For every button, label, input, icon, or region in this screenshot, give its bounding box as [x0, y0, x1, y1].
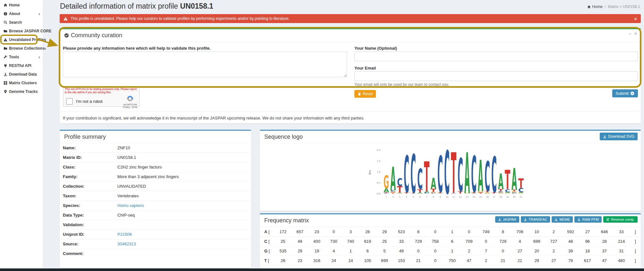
- reset-button[interactable]: Reset: [354, 90, 376, 98]
- download-icon: [577, 218, 580, 221]
- download-icon: [498, 218, 501, 221]
- sidebar-item-browse-jaspar-core[interactable]: Browse JASPAR CORE: [0, 27, 43, 35]
- profile-label: Validation:: [60, 220, 114, 230]
- grid-icon: [4, 81, 7, 85]
- svg-text:0.5: 0.5: [377, 182, 380, 184]
- profile-row-class: Class:C2H2 zinc finger factors: [60, 162, 251, 172]
- recaptcha-checkbox[interactable]: [66, 98, 73, 105]
- matrix-cell: 21: [495, 256, 512, 266]
- matrix-cell: 47: [461, 256, 478, 266]
- matrix-cell: 214: [613, 237, 630, 246]
- profile-row-species: Species:Homo sapiens: [60, 201, 251, 210]
- name-input[interactable]: [354, 52, 638, 61]
- search-icon: [4, 21, 7, 24]
- frequency-matrix-table: A [1726572303282952380107498706102592276…: [260, 227, 641, 266]
- matrix-cell: 5: [376, 246, 393, 256]
- matrix-row-T: T [2623316241410569915321075047221212927…: [260, 256, 641, 266]
- matrix-cell: 2: [545, 227, 562, 237]
- reverse-complement-button[interactable]: Reverse comp.: [603, 216, 638, 223]
- email-input[interactable]: [354, 71, 638, 81]
- home-icon: [587, 5, 591, 9]
- svg-text:T: T: [518, 176, 524, 191]
- footer-strip: [0, 268, 644, 271]
- matrix-id: UN0158.1: [180, 2, 214, 10]
- matrix-cell: 0: [495, 246, 512, 256]
- matrix-cell: 21: [512, 256, 529, 266]
- matrix-cell: 1: [444, 246, 461, 256]
- export-meme-button[interactable]: MEME: [552, 216, 573, 223]
- breadcrumb-home-link[interactable]: Home: [592, 4, 603, 9]
- sidebar-item-label: Matrix Clusters: [9, 81, 37, 85]
- svg-text:T: T: [424, 153, 429, 201]
- svg-text:A: A: [512, 162, 517, 197]
- sidebar-item-about[interactable]: About‹: [0, 9, 43, 18]
- svg-text:8: 8: [433, 196, 434, 198]
- profile-row-uniprot-id: Uniprot ID:P21506: [60, 230, 251, 239]
- svg-text:18: 18: [499, 196, 502, 198]
- sidebar-item-browse-collections[interactable]: Browse Collections‹: [0, 44, 43, 53]
- matrix-cell: 617: [579, 256, 596, 266]
- alert-close-button[interactable]: ×: [634, 16, 637, 21]
- wrench-icon: [4, 55, 7, 59]
- sidebar-item-tools[interactable]: Tools‹: [0, 53, 43, 61]
- matrix-base-label: T [: [260, 256, 275, 266]
- svg-text:C: C: [437, 146, 443, 204]
- matrix-cell: 400: [309, 237, 326, 246]
- profile-value: More than 3 adjacent zinc fingers: [117, 174, 179, 179]
- submit-button[interactable]: Submit: [612, 89, 638, 97]
- matrix-cell: 23: [292, 256, 309, 266]
- profile-row-collection: Collection:UNVALIDATED: [60, 182, 251, 191]
- svg-text:C: C: [458, 149, 463, 202]
- profile-value-link[interactable]: 30462313: [117, 242, 136, 246]
- matrix-bracket-close: ]: [630, 256, 641, 266]
- matrix-cell: 25: [376, 237, 393, 246]
- export-transfac-button[interactable]: TRANSFAC: [521, 216, 550, 223]
- sidebar-item-restful-api[interactable]: RESTful API: [0, 61, 43, 70]
- matrix-cell: 8: [495, 227, 512, 237]
- matrix-cell: 0: [427, 246, 444, 256]
- matrix-cell: 172: [275, 227, 292, 237]
- matrix-cell: 6: [444, 237, 461, 246]
- close-button[interactable]: ×: [634, 31, 637, 36]
- plug-icon: [4, 64, 7, 68]
- matrix-bracket-close: ]: [630, 246, 641, 256]
- export-raw-pfm-button[interactable]: RAW PFM: [574, 216, 602, 223]
- sidebar-item-label: Home: [9, 3, 20, 7]
- svg-text:15: 15: [479, 196, 482, 198]
- svg-text:6: 6: [419, 196, 420, 198]
- matrix-cell: 699: [376, 256, 393, 266]
- download-icon: [555, 218, 558, 221]
- frequency-matrix-panel: Frequency matrix JASPARTRANSFACMEMERAW P…: [260, 213, 641, 268]
- profile-value-link[interactable]: Homo sapiens: [117, 203, 144, 208]
- name-label: Your Name (Optional): [354, 46, 397, 51]
- profile-row-comment: Comment:: [60, 249, 251, 263]
- frequency-matrix-title: Frequency matrix: [264, 217, 309, 224]
- matrix-cell: 105: [359, 256, 376, 266]
- svg-text:2.0: 2.0: [377, 149, 380, 152]
- profile-value-link[interactable]: P21506: [117, 232, 132, 237]
- matrix-bracket-close: ]: [630, 237, 641, 246]
- matrix-base-label: C [: [260, 237, 275, 246]
- sidebar-item-download-data[interactable]: Download Data: [0, 70, 43, 78]
- sidebar-nav: HomeAbout‹SearchBrowse JASPAR COREUnvali…: [0, 1, 43, 96]
- svg-text:C: C: [397, 176, 402, 189]
- minimize-button[interactable]: −: [629, 31, 631, 36]
- sidebar-item-matrix-clusters[interactable]: Matrix Clusters: [0, 78, 43, 87]
- profile-row-taxon: Taxon:Vertebrates: [60, 191, 251, 201]
- sidebar-item-unvalidated-profiles[interactable]: Unvalidated Profiles: [0, 35, 43, 44]
- recaptcha-widget: This reCAPTCHA is for testing purposes o…: [63, 87, 140, 107]
- export-jaspar-button[interactable]: JASPAR: [495, 216, 519, 223]
- matrix-cell: 0: [410, 246, 427, 256]
- recaptcha-checkbox-label: I'm not a robot: [76, 99, 103, 104]
- recaptcha-privacy-terms[interactable]: Privacy - Terms: [123, 106, 137, 108]
- profile-value: C2H2 zinc finger factors: [117, 165, 162, 169]
- sidebar-item-search[interactable]: Search: [0, 18, 43, 27]
- info-label: Please provide any information here whic…: [63, 46, 211, 51]
- svg-text:1.5: 1.5: [377, 160, 380, 162]
- profile-row-family: Family:More than 3 adjacent zinc fingers: [60, 172, 251, 182]
- download-svg-button[interactable]: Download SVG: [600, 133, 638, 140]
- matrix-cell: 480: [613, 256, 630, 266]
- sidebar-item-home[interactable]: Home: [0, 1, 43, 9]
- sidebar-item-genome-tracks[interactable]: Genome Tracks: [0, 87, 43, 96]
- curation-info-textarea[interactable]: [63, 52, 347, 77]
